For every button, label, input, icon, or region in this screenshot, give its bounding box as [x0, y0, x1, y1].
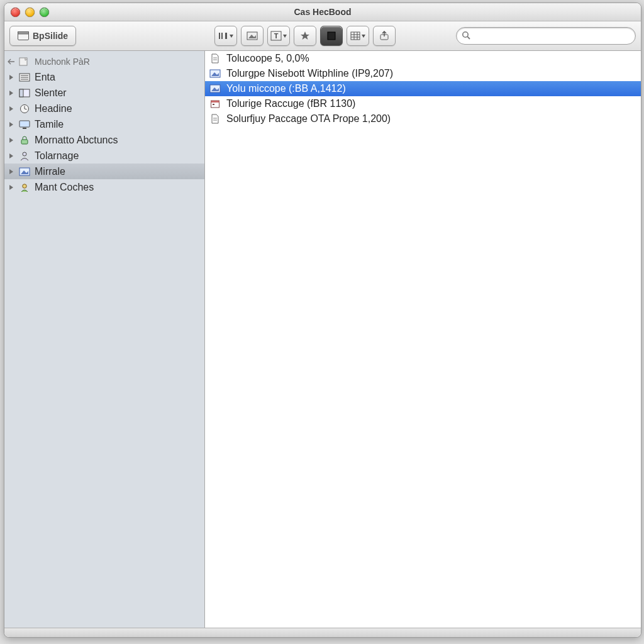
svg-rect-27: [19, 89, 23, 97]
panel-icon: [18, 87, 31, 99]
lock-icon: [18, 135, 31, 146]
primary-button-label: BpSilide: [33, 31, 68, 41]
disclosure-triangle-icon[interactable]: [7, 104, 16, 113]
svg-point-17: [463, 31, 468, 36]
svg-rect-11: [351, 32, 360, 40]
primary-toolbar-button[interactable]: BpSilide: [9, 26, 76, 46]
window-icon: [18, 31, 29, 40]
zoom-button[interactable]: [40, 8, 49, 17]
content-list[interactable]: Tolucoope 5, 0,0%Tolurgpe Nisebott Witph…: [205, 51, 641, 628]
sidebar-item-label: Enta: [33, 72, 55, 83]
disclosure-triangle-icon[interactable]: [7, 89, 16, 97]
list-item[interactable]: Tolurgpe Nisebott Witphline (IP9,207): [205, 66, 641, 81]
disclosure-triangle-icon[interactable]: [7, 73, 16, 82]
chevron-down-icon: [230, 35, 233, 38]
svg-marker-37: [9, 153, 13, 158]
sidebar-item-tamile[interactable]: Tamile: [4, 116, 204, 132]
sidebar-item-mirrale[interactable]: Mirrale: [4, 164, 204, 179]
disclosure-triangle-icon[interactable]: [7, 183, 16, 192]
sidebar-item-mornatto-abctuncs[interactable]: Mornatto Abctuncs: [4, 132, 204, 148]
svg-rect-4: [225, 33, 227, 39]
list-item[interactable]: Tolucoope 5, 0,0%: [205, 51, 641, 66]
chevron-down-icon: [283, 35, 287, 38]
toolbar: BpSilide T: [4, 21, 641, 51]
svg-marker-9: [301, 31, 309, 40]
svg-line-18: [467, 36, 470, 39]
body: Muchonk PàR EntaSlenterHeadineTamileMorn…: [4, 51, 641, 628]
list-item-label: Tolurige Raccuge (fBR 1130): [226, 98, 355, 109]
svg-rect-10: [328, 32, 335, 40]
list-item[interactable]: Solurfjuy Paccage OTA Prope 1,200): [205, 111, 641, 126]
disclosure-triangle-icon[interactable]: [7, 152, 16, 160]
user-icon: [18, 182, 31, 193]
picture-icon: [18, 166, 31, 177]
grid-button[interactable]: [347, 26, 369, 46]
sidebar-root-label: Muchonk PàR: [33, 57, 90, 67]
cal-icon: [209, 98, 221, 109]
svg-marker-32: [9, 122, 13, 127]
svg-text:T: T: [274, 32, 279, 40]
picture-button[interactable]: [241, 26, 264, 46]
svg-rect-36: [21, 140, 28, 144]
disclosure-triangle-icon[interactable]: [7, 167, 16, 176]
sidebar: Muchonk PàR EntaSlenterHeadineTamileMorn…: [4, 51, 205, 628]
svg-rect-52: [213, 104, 214, 105]
list-item[interactable]: Tolurige Raccuge (fBR 1130): [205, 96, 641, 111]
list-item-label: Yolu miccope (:BB A,1412): [226, 83, 346, 94]
traffic-lights: [4, 8, 49, 17]
picture-icon: [209, 68, 221, 79]
sidebar-item-tolarnage[interactable]: Tolarnage: [4, 148, 204, 164]
svg-marker-39: [9, 169, 13, 174]
svg-marker-20: [9, 75, 13, 80]
chevron-down-icon: [362, 35, 365, 38]
sidebar-item-headine[interactable]: Headine: [4, 101, 204, 116]
screen-icon: [18, 119, 31, 130]
titlebar: Cas HecBood: [4, 3, 641, 21]
svg-point-38: [23, 152, 26, 156]
sidebar-item-mant-coches[interactable]: Mant Coches: [4, 179, 204, 195]
svg-rect-34: [23, 128, 26, 129]
svg-marker-35: [9, 138, 13, 143]
list-item-label: Tolurgpe Nisebott Witphline (IP9,207): [226, 68, 393, 79]
picture-icon: [209, 83, 221, 94]
disclosure-triangle-icon[interactable]: [7, 120, 16, 129]
minimize-button[interactable]: [25, 8, 35, 17]
window-title: Cas HecBood: [4, 7, 641, 17]
close-button[interactable]: [11, 8, 20, 17]
share-button[interactable]: [373, 26, 396, 46]
svg-point-43: [23, 184, 26, 187]
sidebar-item-label: Tolarnage: [33, 150, 79, 162]
sidebar-item-label: Mirrale: [33, 166, 65, 177]
star-button[interactable]: [294, 26, 316, 46]
list-item[interactable]: Yolu miccope (:BB A,1412): [205, 81, 641, 96]
svg-rect-19: [19, 58, 27, 65]
svg-rect-2: [219, 33, 220, 39]
svg-rect-33: [19, 121, 30, 127]
toolbar-icon-group: T: [214, 26, 396, 46]
search-icon: [462, 31, 470, 42]
sliders-button[interactable]: [214, 26, 237, 46]
sidebar-item-label: Mornatto Abctuncs: [33, 135, 118, 146]
list-icon: [18, 72, 31, 83]
search-field[interactable]: [474, 30, 630, 42]
svg-marker-28: [9, 106, 13, 111]
sidebar-item-slenter[interactable]: Slenter: [4, 85, 204, 101]
svg-marker-25: [9, 91, 13, 96]
square-button[interactable]: [320, 26, 343, 46]
person-icon: [18, 150, 31, 162]
disclosure-triangle-icon[interactable]: [7, 136, 16, 145]
doc-icon: [209, 113, 221, 125]
sidebar-item-label: Tamile: [33, 119, 64, 130]
sidebar-root[interactable]: Muchonk PàR: [4, 53, 204, 69]
svg-rect-1: [18, 32, 29, 35]
back-arrow-icon: [7, 57, 16, 66]
svg-rect-3: [221, 33, 223, 39]
search-input[interactable]: [456, 27, 636, 45]
text-button[interactable]: T: [267, 26, 290, 46]
sidebar-item-enta[interactable]: Enta: [4, 69, 204, 85]
doc-icon: [209, 53, 221, 64]
window: Cas HecBood BpSilide T: [4, 3, 641, 638]
sidebar-item-label: Headine: [33, 103, 72, 114]
sidebar-item-label: Slenter: [33, 87, 67, 99]
bottom-frame: [4, 628, 641, 637]
